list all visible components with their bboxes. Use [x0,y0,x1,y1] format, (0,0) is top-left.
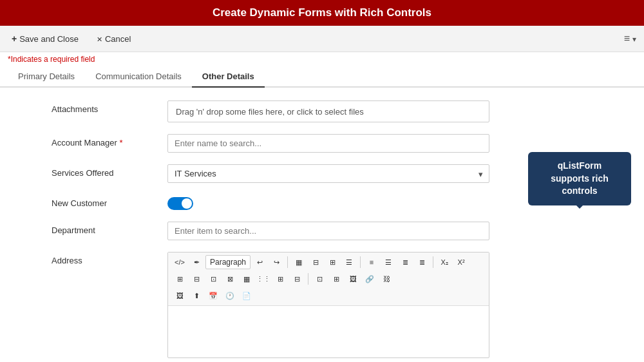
align-right-btn[interactable]: ≣ [397,255,413,269]
ordered-list-btn[interactable]: ⊞ [325,255,340,269]
services-offered-select-wrapper: IT Services Consulting Services Support … [167,164,489,183]
attachments-label: Attachments [52,100,167,114]
plus-icon [12,33,17,44]
file-drop-placeholder: Drag 'n' drop some files here, or click … [176,107,364,117]
code-view-btn[interactable]: </> [172,255,187,269]
unordered-list-btn[interactable]: ☰ [341,255,357,269]
paragraph-dropdown-btn[interactable]: Paragraph [205,255,251,269]
new-customer-toggle[interactable] [167,197,193,210]
tab-other-details-label: Other Details [202,71,254,81]
pen-btn[interactable]: ✒ [189,255,204,269]
link-btn[interactable]: 🔗 [362,272,377,286]
cancel-button-top[interactable]: Cancel [93,32,135,46]
account-manager-control [167,134,489,153]
attachments-control: Drag 'n' drop some files here, or click … [167,100,489,122]
merge-cell-btn1[interactable]: ⊡ [312,272,327,286]
account-manager-input[interactable] [167,134,489,153]
table-btn3[interactable]: ⊡ [205,272,221,286]
x-icon-top [97,34,102,44]
required-star-account-manager: * [120,138,123,148]
table-btn2[interactable]: ⊟ [189,272,204,286]
attachments-row: Attachments Drag 'n' drop some files her… [52,100,631,122]
save-close-button-top[interactable]: Save and Close [8,31,82,46]
image-btn[interactable]: 🖼 [345,272,361,286]
separator4 [308,273,308,285]
editor-toolbar-row1: </> ✒ Paragraph ↩ ↪ ▦ ⊟ ⊞ ☰ ≡ [172,255,485,269]
upload-btn[interactable]: ⬆ [189,289,204,303]
address-label: Address [52,252,167,265]
tab-other-details[interactable]: Other Details [192,66,265,88]
superscript-btn[interactable]: X² [453,255,469,269]
account-manager-row: Account Manager * [52,134,631,153]
table-btn5[interactable]: ▦ [239,272,254,286]
toolbar-actions-left: Save and Close Cancel [8,31,135,46]
address-control: </> ✒ Paragraph ↩ ↪ ▦ ⊟ ⊞ ☰ ≡ [167,252,489,358]
separator3 [433,256,433,268]
redo-btn[interactable]: ↪ [269,255,284,269]
align-justify-btn[interactable]: ≣ [414,255,430,269]
cancel-label-top: Cancel [105,34,131,44]
save-close-label-top: Save and Close [19,34,79,44]
tooltip-bubble: qListForm supports rich controls [528,152,631,205]
clock-btn[interactable]: 🕐 [222,289,238,303]
tooltip-text: qListForm supports rich controls [551,160,608,196]
form-content-area: qListForm supports rich controls Attachm… [0,88,644,362]
format-col1-btn[interactable]: ▦ [291,255,307,269]
table-btn7[interactable]: ⊞ [272,272,288,286]
services-offered-control: IT Services Consulting Services Support … [167,164,489,183]
services-offered-label: Services Offered [52,164,167,178]
department-input[interactable] [167,222,489,240]
toolbar-menu-right[interactable] [624,33,636,44]
tab-bar: Primary Details Communication Details Ot… [0,66,644,88]
account-manager-label: Account Manager * [52,134,167,148]
tab-communication-details[interactable]: Communication Details [85,66,192,88]
undo-btn[interactable]: ↩ [252,255,267,269]
editor-toolbar-row2: ⊞ ⊟ ⊡ ⊠ ▦ ⋮⋮ ⊞ ⊟ ⊡ ⊞ 🖼 🔗 ⛓ [172,272,485,286]
table-insert-btn[interactable]: 📅 [205,289,221,303]
header-title-text: Create Dynamic Forms with Rich Controls [213,6,431,19]
editor-body[interactable] [168,306,489,357]
top-toolbar: Save and Close Cancel [0,26,644,52]
separator1 [287,256,288,268]
align-left-btn[interactable]: ≡ [364,255,379,269]
separator2 [360,256,361,268]
new-customer-label: New Customer [52,195,167,208]
toggle-knob [182,198,192,209]
table-btn4[interactable]: ⊠ [222,272,238,286]
menu-icon [624,33,630,44]
image-upload-btn[interactable]: 🖼 [172,289,187,303]
department-row: Department [52,222,631,240]
rich-text-editor: </> ✒ Paragraph ↩ ↪ ▦ ⊟ ⊞ ☰ ≡ [167,252,489,358]
tab-primary-details[interactable]: Primary Details [8,66,85,88]
tab-communication-details-label: Communication Details [95,71,182,81]
address-row: Address </> ✒ Paragraph ↩ ↪ ▦ [52,252,631,358]
table-btn8[interactable]: ⊟ [289,272,305,286]
table-btn6[interactable]: ⋮⋮ [256,272,271,286]
unlink-btn[interactable]: ⛓ [379,272,394,286]
paragraph-label: Paragraph [210,258,246,267]
department-control [167,222,489,240]
align-center-btn[interactable]: ☰ [381,255,396,269]
tab-primary-details-label: Primary Details [18,71,75,81]
format-col2-btn[interactable]: ⊟ [308,255,323,269]
table-btn1[interactable]: ⊞ [172,272,187,286]
page-title: Create Dynamic Forms with Rich Controls [0,0,644,26]
new-customer-control [167,195,489,210]
new-customer-toggle-wrapper [167,195,489,210]
editor-toolbar-row3: 🖼 ⬆ 📅 🕐 📄 [172,289,485,303]
required-field-notice: *Indicates a required field [0,52,644,66]
file-btn[interactable]: 📄 [239,289,254,303]
department-label: Department [52,222,167,235]
merge-cell-btn2[interactable]: ⊞ [328,272,344,286]
file-drop-zone[interactable]: Drag 'n' drop some files here, or click … [167,100,489,122]
subscript-btn[interactable]: X₂ [437,255,452,269]
editor-toolbar: </> ✒ Paragraph ↩ ↪ ▦ ⊟ ⊞ ☰ ≡ [168,252,489,306]
services-offered-select[interactable]: IT Services Consulting Services Support … [167,164,489,183]
chevron-down-icon [632,34,636,44]
required-notice-text: *Indicates a required field [8,55,95,64]
